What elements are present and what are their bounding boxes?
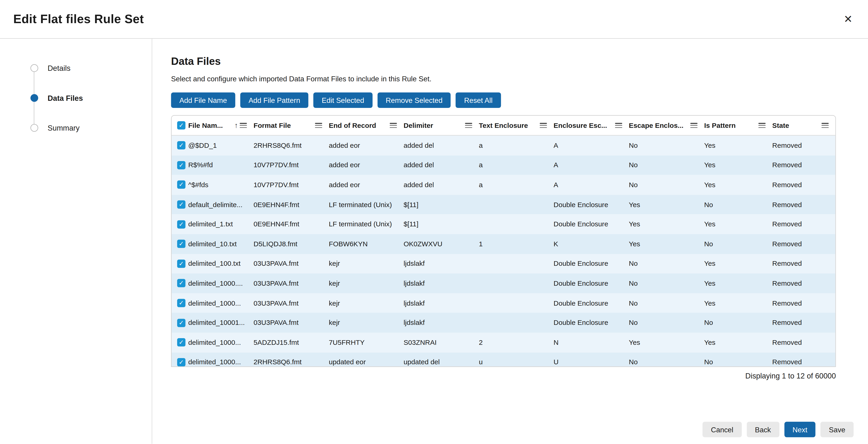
table-row[interactable]: ✓R$%#fd10V7P7DV.fmtadded eoradded delaAN… [172,155,835,175]
table-row[interactable]: ✓delimited_1000...2RHRS8Q6.fmtupdated eo… [172,352,835,367]
column-header-is-pattern[interactable]: Is Pattern [704,121,772,129]
column-menu-icon[interactable] [690,123,698,128]
cell-file-name: ^$#fds [188,181,253,189]
cell-delimiter: $[11] [404,201,479,209]
cell-format-file: D5LIQDJ8.fmt [253,240,329,248]
column-label: Delimiter [404,121,433,129]
row-checkbox[interactable]: ✓ [177,260,185,268]
cell-escape-enclosure: No [629,299,704,307]
column-menu-icon[interactable] [758,123,766,128]
row-checkbox[interactable]: ✓ [177,358,185,366]
cell-enclosure-escape: Double Enclosure [554,260,629,267]
table-row[interactable]: ✓delimited_10.txtD5LIQDJ8.fmtFOBW6KYNOK0… [172,234,835,254]
cell-end-of-record: LF terminated (Unix) [329,201,404,209]
cell-format-file: 03U3PAVA.fmt [253,299,329,307]
sort-ascending-icon[interactable]: ↑ [235,121,238,129]
cell-delimiter: ljdslakf [404,319,479,327]
stepper-item-data-files[interactable]: Data Files [0,83,152,113]
cell-delimiter: ljdslakf [404,260,479,267]
row-checkbox[interactable]: ✓ [177,279,185,288]
cell-state: Removed [772,161,835,169]
save-button[interactable]: Save [820,422,854,437]
table-row[interactable]: ✓default_delimite...0E9EHN4F.fmtLF termi… [172,195,835,215]
table-row[interactable]: ✓^$#fds10V7P7DV.fmtadded eoradded delaAN… [172,175,835,195]
column-menu-icon[interactable] [822,123,829,128]
next-button[interactable]: Next [784,422,815,437]
cell-is-pattern: Yes [704,181,772,189]
step-label: Details [48,64,70,72]
column-header-delimiter[interactable]: Delimiter [404,121,479,129]
table-row[interactable]: ✓delimited_1000....03U3PAVA.fmtkejrljdsl… [172,274,835,293]
column-header-icons [822,123,829,128]
cell-format-file: 10V7P7DV.fmt [253,181,329,189]
row-checkbox[interactable]: ✓ [177,240,185,248]
add-file-name-button[interactable]: Add File Name [171,92,235,108]
cell-state: Removed [772,201,835,209]
table-row[interactable]: ✓delimited_10001...03U3PAVA.fmtkejrljdsl… [172,313,835,332]
step-circle-icon [30,124,38,132]
cell-enclosure-escape: Double Enclosure [554,319,629,327]
table-row[interactable]: ✓delimited_100.txt03U3PAVA.fmtkejrljdsla… [172,254,835,274]
cell-state: Removed [772,280,835,287]
cell-state: Removed [772,141,835,149]
column-header-enclosure-escape[interactable]: Enclosure Esc... [554,121,629,129]
cell-escape-enclosure: No [629,161,704,169]
step-label: Summary [48,124,80,132]
column-label: Escape Enclos... [629,121,683,129]
row-checkbox[interactable]: ✓ [177,299,185,307]
back-button[interactable]: Back [747,422,779,437]
column-header-state[interactable]: State [772,121,835,129]
cell-escape-enclosure: No [629,181,704,189]
table-row[interactable]: ✓@$DD_12RHRS8Q6.fmtadded eoradded delaAN… [172,136,835,155]
cell-enclosure-escape: U [554,358,629,366]
cell-escape-enclosure: Yes [629,220,704,228]
column-menu-icon[interactable] [465,123,472,128]
cell-is-pattern: Yes [704,141,772,149]
row-checkbox-cell: ✓ [172,141,188,150]
column-header-format-file[interactable]: Format File [253,121,329,129]
column-header-end-of-record[interactable]: End of Record [329,121,404,129]
row-checkbox[interactable]: ✓ [177,141,185,150]
table-row[interactable]: ✓delimited_1000...03U3PAVA.fmtkejrljdsla… [172,293,835,313]
cell-file-name: R$%#fd [188,161,253,169]
column-header-text-enclosure[interactable]: Text Enclosure [479,121,554,129]
cell-enclosure-escape: N [554,339,629,346]
row-checkbox[interactable]: ✓ [177,338,185,347]
add-file-pattern-button[interactable]: Add File Pattern [240,92,308,108]
cell-format-file: 03U3PAVA.fmt [253,319,329,327]
column-menu-icon[interactable] [315,123,322,128]
row-checkbox[interactable]: ✓ [177,319,185,327]
edit-selected-button[interactable]: Edit Selected [313,92,373,108]
column-header-file-name[interactable]: File Nam...↑ [188,121,253,129]
column-menu-icon[interactable] [240,123,247,128]
cell-end-of-record: kejr [329,299,404,307]
column-header-escape-enclosure[interactable]: Escape Enclos... [629,121,704,129]
table-row[interactable]: ✓delimited_1000...5ADZDJ15.fmt7U5FRHTYS0… [172,332,835,352]
remove-selected-button[interactable]: Remove Selected [377,92,451,108]
cell-state: Removed [772,339,835,346]
cell-text-enclosure: a [479,141,554,149]
column-menu-icon[interactable] [615,123,622,128]
cell-text-enclosure: a [479,161,554,169]
reset-all-button[interactable]: Reset All [456,92,501,108]
section-heading: Data Files [171,56,868,68]
cell-escape-enclosure: Yes [629,201,704,209]
row-checkbox[interactable]: ✓ [177,161,185,169]
wizard-stepper: Details Data Files Summary [0,39,152,444]
cell-file-name: delimited_10.txt [188,240,253,248]
cell-end-of-record: kejr [329,260,404,267]
cancel-button[interactable]: Cancel [703,422,742,437]
cell-file-name: delimited_1000... [188,299,253,307]
row-checkbox[interactable]: ✓ [177,181,185,189]
stepper-item-summary[interactable]: Summary [0,113,152,143]
row-checkbox[interactable]: ✓ [177,220,185,228]
stepper-item-details[interactable]: Details [0,53,152,83]
cell-format-file: 03U3PAVA.fmt [253,280,329,287]
select-all-checkbox[interactable]: ✓ [177,121,185,129]
close-icon[interactable]: ✕ [841,12,855,27]
row-checkbox[interactable]: ✓ [177,200,185,209]
table-row[interactable]: ✓delimited_1.txt0E9EHN4F.fmtLF terminate… [172,215,835,234]
column-menu-icon[interactable] [390,123,397,128]
column-menu-icon[interactable] [539,123,547,128]
cell-format-file: 2RHRS8Q6.fmt [253,141,329,149]
